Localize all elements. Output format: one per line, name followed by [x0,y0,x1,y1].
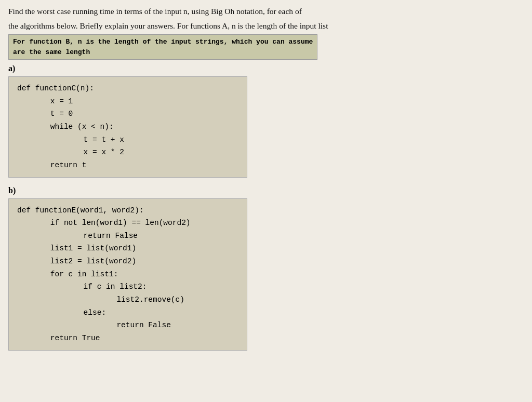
code-a-line7: return t [17,159,238,172]
note-line1: For function B, n is the length of the i… [13,37,313,47]
code-b-line7: if c in list2: [17,280,238,293]
section-b-label: b) [8,186,524,195]
code-b-line4: list1 = list(word1) [17,242,238,255]
code-a-line3: t = 0 [17,108,238,120]
code-a-line5: t = t + x [17,133,238,146]
code-b-line1: def functionE(word1, word2): [17,204,238,217]
code-block-b: def functionE(word1, word2): if not len(… [8,198,247,351]
code-a-line2: x = 1 [17,95,238,108]
code-a-line6: x = x * 2 [17,146,238,159]
code-b-line2: if not len(word1) == len(word2) [17,217,238,230]
code-block-a: def functionC(n): x = 1 t = 0 while (x <… [8,76,247,177]
code-b-line6: for c in list1: [17,268,238,281]
code-b-line10: return False [17,319,238,332]
code-b-line11: return True [17,332,238,345]
code-b-line8: list2.remove(c) [17,293,238,306]
section-a: a) def functionC(n): x = 1 t = 0 while (… [8,64,524,185]
code-a-line1: def functionC(n): [17,82,238,95]
note-line2: are the same length [13,47,313,58]
intro-line2: the algorithms below. Briefly explain yo… [8,20,524,32]
note-box: For function B, n is the length of the i… [8,34,317,60]
intro-line1: Find the worst case running time in term… [8,5,524,18]
section-b: b) def functionE(word1, word2): if not l… [8,186,524,359]
code-b-line5: list2 = list(word2) [17,255,238,268]
intro-paragraph: Find the worst case running time in term… [8,5,524,32]
code-a-line4: while (x < n): [17,120,238,133]
code-b-line3: return False [17,230,238,243]
section-a-label: a) [8,64,524,73]
code-b-line9: else: [17,306,238,319]
